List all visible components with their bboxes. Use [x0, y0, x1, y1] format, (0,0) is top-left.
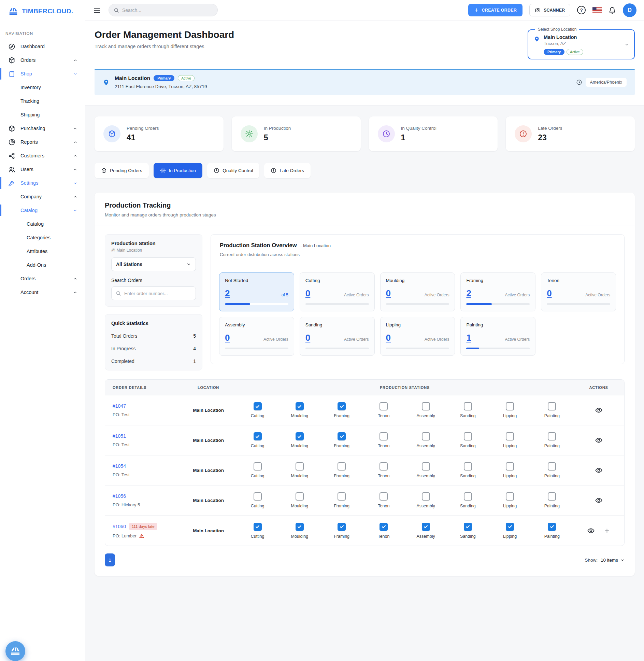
painting-checkbox[interactable]	[548, 523, 556, 531]
sidebar-item-shipping[interactable]: Shipping	[0, 108, 85, 122]
sidebar-item-purchasing[interactable]: Purchasing	[0, 122, 85, 135]
moulding-checkbox[interactable]	[296, 402, 304, 410]
sidebar-item-add-ons[interactable]: Add-Ons	[0, 258, 85, 272]
cutting-checkbox[interactable]	[254, 402, 262, 410]
order-number-link[interactable]: #1056	[113, 493, 126, 499]
framing-checkbox[interactable]	[338, 462, 346, 470]
assembly-checkbox[interactable]	[422, 402, 430, 410]
moulding-checkbox[interactable]	[296, 432, 304, 440]
sidebar-item-company[interactable]: Company	[0, 190, 85, 203]
order-search[interactable]	[111, 286, 196, 300]
assembly-checkbox[interactable]	[422, 523, 430, 531]
sidebar-item-orders[interactable]: Orders	[0, 272, 85, 285]
tenon-checkbox[interactable]	[380, 402, 388, 410]
painting-checkbox[interactable]	[548, 432, 556, 440]
lipping-checkbox[interactable]	[506, 432, 514, 440]
add-action-plus-icon[interactable]	[604, 528, 610, 534]
painting-checkbox[interactable]	[548, 462, 556, 470]
sidebar-item-attributes[interactable]: Attributes	[0, 244, 85, 258]
tenon-checkbox[interactable]	[380, 432, 388, 440]
items-per-page-select[interactable]: 10 items	[601, 558, 625, 563]
station-card-cutting[interactable]: Cutting0Active Orders	[300, 272, 375, 311]
framing-checkbox[interactable]	[338, 523, 346, 531]
lipping-checkbox[interactable]	[506, 492, 514, 501]
sidebar-item-inventory[interactable]: Inventory	[0, 81, 85, 94]
order-number-link[interactable]: #1054	[113, 463, 126, 469]
tenon-checkbox[interactable]	[380, 462, 388, 470]
moulding-checkbox[interactable]	[296, 462, 304, 470]
lipping-checkbox[interactable]	[506, 402, 514, 410]
tenon-checkbox[interactable]	[380, 523, 388, 531]
station-card-painting[interactable]: Painting1Active Orders	[460, 317, 535, 356]
view-order-eye-icon[interactable]	[595, 496, 603, 504]
menu-toggle-button[interactable]	[93, 6, 101, 14]
view-order-eye-icon[interactable]	[595, 466, 603, 474]
cutting-checkbox[interactable]	[254, 432, 262, 440]
sidebar-item-orders[interactable]: Orders	[0, 53, 85, 67]
tenon-checkbox[interactable]	[380, 492, 388, 501]
shop-location-selector[interactable]: Select Shop Location Main Location Tucso…	[528, 29, 635, 59]
sidebar-item-customers[interactable]: Customers	[0, 149, 85, 163]
user-avatar[interactable]: D	[623, 3, 636, 17]
create-order-button[interactable]: CREATE ORDER	[468, 4, 523, 16]
notifications-bell-icon[interactable]	[609, 6, 616, 14]
order-search-input[interactable]	[124, 291, 191, 296]
sanding-checkbox[interactable]	[464, 523, 472, 531]
sidebar-item-shop[interactable]: Shop	[0, 67, 85, 81]
lipping-checkbox[interactable]	[506, 462, 514, 470]
sanding-checkbox[interactable]	[464, 402, 472, 410]
cutting-checkbox[interactable]	[254, 462, 262, 470]
station-card-sanding[interactable]: Sanding0Active Orders	[300, 317, 375, 356]
moulding-checkbox[interactable]	[296, 492, 304, 501]
station-card-assembly[interactable]: Assembly0Active Orders	[219, 317, 294, 356]
view-order-eye-icon[interactable]	[587, 527, 595, 535]
sanding-checkbox[interactable]	[464, 432, 472, 440]
sidebar-item-settings[interactable]: Settings	[0, 176, 85, 190]
cutting-checkbox[interactable]	[254, 492, 262, 501]
station-card-moulding[interactable]: Moulding0Active Orders	[380, 272, 455, 311]
framing-checkbox[interactable]	[338, 432, 346, 440]
scanner-button[interactable]: SCANNER	[529, 4, 570, 16]
view-order-eye-icon[interactable]	[595, 406, 603, 414]
sanding-checkbox[interactable]	[464, 492, 472, 501]
lipping-checkbox[interactable]	[506, 523, 514, 531]
station-card-lipping[interactable]: Lipping0Active Orders	[380, 317, 455, 356]
sidebar-item-users[interactable]: Users	[0, 163, 85, 176]
tab-late-orders[interactable]: Late Orders	[264, 163, 310, 178]
painting-checkbox[interactable]	[548, 402, 556, 410]
order-number-link[interactable]: #1060	[113, 524, 126, 529]
order-number-link[interactable]: #1051	[113, 433, 126, 439]
assembly-checkbox[interactable]	[422, 492, 430, 501]
view-order-eye-icon[interactable]	[595, 436, 603, 444]
framing-checkbox[interactable]	[338, 492, 346, 501]
tab-in-production[interactable]: In Production	[154, 163, 203, 178]
sanding-checkbox[interactable]	[464, 462, 472, 470]
order-number-link[interactable]: #1047	[113, 403, 126, 409]
sidebar-item-account[interactable]: Account	[0, 285, 85, 299]
global-search[interactable]	[109, 4, 218, 16]
sidebar-item-dashboard[interactable]: Dashboard	[0, 40, 85, 53]
cutting-checkbox[interactable]	[254, 523, 262, 531]
tab-pending-orders[interactable]: Pending Orders	[95, 163, 149, 178]
chevron-down-icon	[620, 558, 625, 562]
assembly-checkbox[interactable]	[422, 462, 430, 470]
moulding-checkbox[interactable]	[296, 523, 304, 531]
sidebar-item-catalog[interactable]: Catalog	[0, 203, 85, 217]
search-input[interactable]	[122, 8, 213, 13]
help-button[interactable]: ?	[577, 6, 586, 14]
station-card-tenon[interactable]: Tenon0Active Orders	[541, 272, 616, 311]
station-card-framing[interactable]: Framing2Active Orders	[460, 272, 535, 311]
sidebar-item-categories[interactable]: Categories	[0, 231, 85, 244]
sidebar-item-reports[interactable]: Reports	[0, 135, 85, 149]
framing-checkbox[interactable]	[338, 402, 346, 410]
tab-quality-control[interactable]: Quality Control	[207, 163, 259, 178]
us-flag-icon[interactable]	[592, 7, 602, 13]
page-1-button[interactable]: 1	[105, 553, 115, 566]
sidebar-item-tracking[interactable]: Tracking	[0, 94, 85, 108]
assembly-checkbox[interactable]	[422, 432, 430, 440]
sidebar-item-catalog[interactable]: Catalog	[0, 217, 85, 231]
painting-checkbox[interactable]	[548, 492, 556, 501]
floating-brand-button[interactable]	[5, 641, 25, 661]
station-card-not-started[interactable]: Not Started2of 5	[219, 272, 294, 311]
station-select[interactable]: All Stations	[111, 257, 196, 271]
